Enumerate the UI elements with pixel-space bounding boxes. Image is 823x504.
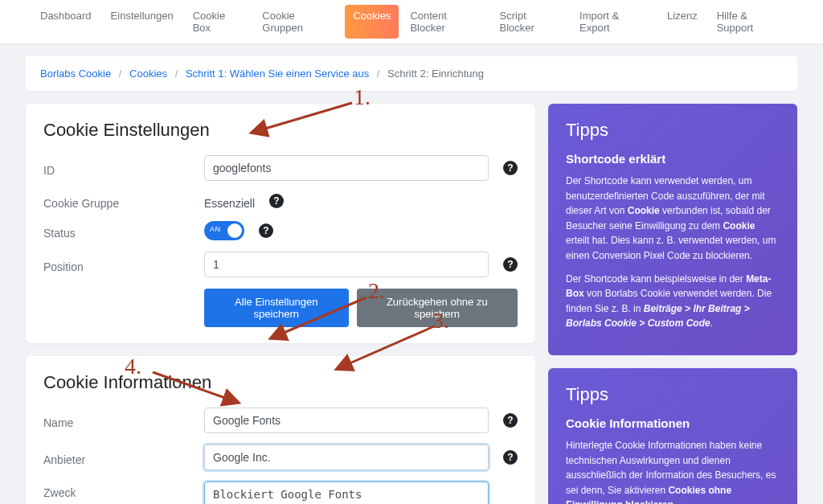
breadcrumb-current: Schritt 2: Einrichtung [387, 68, 484, 80]
tips-text: Der Shortcode kann verwendet werden, um … [566, 174, 780, 264]
tips-text: Der Shortcode kann beispielsweise in der… [566, 272, 780, 331]
nav-tab-6[interactable]: Script Blocker [492, 5, 569, 39]
nav-tab-2[interactable]: Cookie Box [185, 5, 252, 39]
status-label: Status [43, 222, 204, 240]
nav-tabs: DashboardEinstellungenCookie BoxCookie G… [0, 0, 823, 43]
provider-label: Anbieter [43, 449, 204, 466]
name-label: Name [43, 412, 204, 429]
breadcrumb-link[interactable]: Cookies [129, 68, 167, 80]
purpose-label: Zweck [43, 481, 204, 499]
nav-tab-5[interactable]: Content Blocker [402, 5, 488, 39]
tips-title: Tipps [566, 384, 780, 405]
nav-tab-7[interactable]: Import & Export [571, 5, 656, 39]
tips-subtitle: Shortcode erklärt [566, 152, 780, 166]
cookie-settings-panel: Cookie Einstellungen ID ? Cookie Gruppe … [26, 104, 535, 343]
id-input[interactable] [204, 155, 489, 181]
nav-tab-9[interactable]: Hilfe & Support [709, 5, 791, 39]
nav-tab-4[interactable]: Cookies [345, 5, 399, 39]
tips-text: Hinterlegte Cookie Informationen haben k… [566, 438, 780, 504]
tips-panel-1: Tipps Shortcode erklärt Der Shortcode ka… [548, 104, 797, 355]
name-input[interactable] [204, 408, 489, 433]
position-label: Position [43, 256, 204, 273]
help-icon[interactable]: ? [269, 194, 284, 208]
tips-panel-2: Tipps Cookie Informationen Hinterlegte C… [548, 368, 797, 504]
nav-tab-8[interactable]: Lizenz [659, 5, 706, 39]
nav-tab-0[interactable]: Dashboard [32, 5, 100, 39]
position-input[interactable] [204, 252, 489, 277]
group-value: Essenziell [204, 192, 255, 210]
cookie-info-panel: Cookie Informationen Name ? Anbieter ? Z… [26, 356, 535, 504]
breadcrumb-link[interactable]: Borlabs Cookie [40, 68, 111, 80]
nav-tab-3[interactable]: Cookie Gruppen [254, 5, 342, 39]
panel-title: Cookie Einstellungen [43, 120, 518, 141]
id-label: ID [43, 159, 204, 177]
status-toggle[interactable]: AN [204, 221, 244, 240]
help-icon[interactable]: ? [503, 450, 518, 465]
help-icon[interactable]: ? [503, 413, 518, 428]
group-label: Cookie Gruppe [43, 192, 204, 210]
tips-subtitle: Cookie Informationen [566, 416, 780, 430]
breadcrumb: Borlabs Cookie / Cookies / Schritt 1: Wä… [26, 56, 797, 91]
help-icon[interactable]: ? [259, 223, 273, 238]
breadcrumb-link[interactable]: Schritt 1: Wählen Sie einen Service aus [186, 68, 369, 80]
cancel-button[interactable]: Zurückgehen ohne zu speichern [357, 289, 518, 327]
nav-tab-1[interactable]: Einstellungen [103, 5, 182, 39]
purpose-textarea[interactable]: Blockiert Google Fonts [204, 481, 489, 504]
panel-title: Cookie Informationen [43, 372, 518, 393]
tips-title: Tipps [566, 120, 780, 141]
provider-input[interactable] [204, 445, 489, 470]
help-icon[interactable]: ? [503, 161, 518, 175]
save-button[interactable]: Alle Einstellungen speichern [204, 289, 349, 327]
help-icon[interactable]: ? [503, 257, 518, 272]
